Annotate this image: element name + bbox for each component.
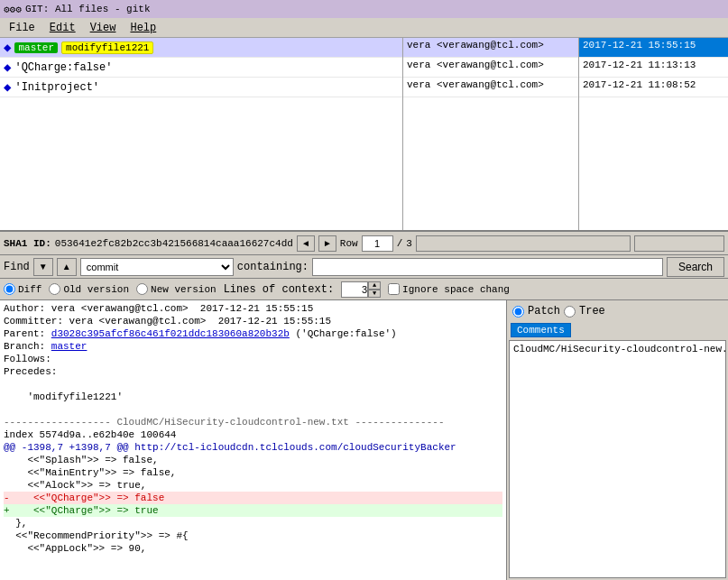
- diff-line: <<"RecommendPriority">> => #{: [4, 529, 502, 542]
- author-row[interactable]: vera <verawang@tcl.com>: [403, 38, 578, 58]
- diff-content: Author: vera <verawang@tcl.com> 2017-12-…: [0, 300, 506, 557]
- search-button[interactable]: Search: [667, 257, 724, 277]
- commit-label: 'QCharge:false': [14, 61, 112, 74]
- find-scrollbar[interactable]: [634, 235, 724, 252]
- author-text: vera <verawang@tcl.com>: [407, 60, 544, 70]
- diff-line: 'modifyfile1221': [4, 391, 502, 403]
- date-row[interactable]: 2017-12-21 11:13:13: [579, 58, 728, 78]
- diff-line: [4, 378, 502, 391]
- find-type-select[interactable]: commit author committer: [80, 258, 234, 276]
- ignore-space-group: Ignore space chang: [388, 283, 510, 295]
- new-version-radio-group: New version: [136, 283, 217, 295]
- commit-tag-modify[interactable]: modifyfile1221: [61, 41, 153, 54]
- author-row[interactable]: vera <verawang@tcl.com>: [403, 78, 578, 97]
- title-bar: ⚙⚙⚙ GIT: All files - gitk: [0, 0, 728, 18]
- tree-radio[interactable]: [564, 306, 576, 318]
- spinner-down[interactable]: ▼: [368, 290, 381, 298]
- find-bar: Find ▼ ▲ commit author committer contain…: [0, 255, 728, 279]
- sha1-value: 053641e2fc82b2cc3b421566814caaa16627c4dd: [55, 238, 293, 249]
- date-panel: 2017-12-21 15:55:15 2017-12-21 11:13:13 …: [579, 38, 728, 230]
- ignore-space-checkbox[interactable]: [388, 283, 400, 295]
- patch-label: Patch: [528, 305, 560, 318]
- diff-line-added: + <<"QCharge">> => true: [4, 504, 502, 517]
- diff-line: <<"Splash">> => false,: [4, 454, 502, 466]
- spinner-up[interactable]: ▲: [368, 281, 381, 290]
- menu-file[interactable]: File: [2, 20, 42, 36]
- old-version-radio-group: Old version: [49, 283, 129, 295]
- new-version-label: New version: [151, 284, 217, 295]
- diff-radio-label: Diff: [18, 284, 41, 295]
- menu-view[interactable]: View: [83, 20, 124, 36]
- main-content: Author: vera <verawang@tcl.com> 2017-12-…: [0, 300, 728, 580]
- author-text: vera <verawang@tcl.com>: [407, 79, 544, 90]
- find-label: Find: [4, 261, 30, 273]
- sha1-label: SHA1 ID:: [4, 238, 51, 249]
- diff-line: <<"MainEntry">> => false,: [4, 466, 502, 479]
- commit-row[interactable]: ◆ 'Initproject': [0, 78, 402, 97]
- date-row[interactable]: 2017-12-21 15:55:15: [579, 38, 728, 58]
- old-version-label: Old version: [63, 284, 129, 295]
- title-bar-text: GIT: All files - gitk: [25, 4, 151, 14]
- commit-diamond: ◆: [4, 40, 11, 55]
- new-version-radio[interactable]: [136, 283, 148, 295]
- right-panel: Patch Tree Comments CloudMC/HiSecurity-c…: [507, 300, 728, 580]
- diff-line-removed: - <<"QCharge">> => false: [4, 492, 502, 504]
- title-bar-icon: ⚙⚙⚙: [4, 4, 22, 15]
- branch-tag-master[interactable]: master: [14, 42, 58, 53]
- author-text: vera <verawang@tcl.com>: [407, 40, 544, 51]
- nav-back-button[interactable]: ◄: [297, 235, 315, 252]
- parent-link[interactable]: d3028c395afcf86c461f021ddc183060a820b32b: [51, 328, 290, 339]
- patch-radio[interactable]: [512, 306, 524, 318]
- context-spinner[interactable]: ▲ ▼: [368, 281, 381, 298]
- old-version-radio[interactable]: [49, 283, 60, 295]
- commit-row[interactable]: ◆ 'QCharge:false': [0, 58, 402, 78]
- nav-forward-button[interactable]: ►: [318, 235, 336, 252]
- menu-bar: File Edit View Help: [0, 18, 728, 38]
- row-scrollbar[interactable]: [416, 235, 631, 252]
- menu-edit[interactable]: Edit: [42, 20, 83, 36]
- tree-label: Tree: [579, 305, 605, 318]
- date-text: 2017-12-21 11:08:52: [583, 79, 696, 90]
- row-current-input[interactable]: [362, 235, 393, 252]
- file-item[interactable]: CloudMC/HiSecurity-cloudcontrol-new.txt: [511, 343, 723, 355]
- diff-radio[interactable]: [4, 283, 15, 295]
- diff-line-index: index 5574d9a..e62b40e 100644: [4, 428, 502, 441]
- diff-line-parent: Parent: d3028c395afcf86c461f021ddc183060…: [4, 327, 502, 340]
- commit-label: 'Initproject': [14, 81, 99, 94]
- commit-row[interactable]: ◆ master modifyfile1221: [0, 38, 402, 58]
- file-list[interactable]: CloudMC/HiSecurity-cloudcontrol-new.txt: [509, 340, 726, 578]
- diff-panel[interactable]: Author: vera <verawang@tcl.com> 2017-12-…: [0, 300, 507, 580]
- patch-tree-bar: Patch Tree: [507, 300, 728, 322]
- diff-line: Follows:: [4, 353, 502, 365]
- diff-line: <<"Alock">> => true,: [4, 479, 502, 492]
- row-total: /: [397, 238, 403, 249]
- comments-tab[interactable]: Comments: [511, 323, 571, 337]
- author-panel: vera <verawang@tcl.com> vera <verawang@t…: [403, 38, 579, 230]
- branch-link[interactable]: master: [51, 341, 88, 352]
- top-panel: ◆ master modifyfile1221 ◆ 'QCharge:false…: [0, 38, 728, 232]
- ignore-space-label: Ignore space chang: [402, 284, 510, 295]
- sha1-bar: SHA1 ID: 053641e2fc82b2cc3b421566814caaa…: [0, 232, 728, 255]
- date-row[interactable]: 2017-12-21 11:08:52: [579, 78, 728, 97]
- lines-of-context-label: Lines of context:: [224, 283, 334, 296]
- commit-diamond: ◆: [4, 79, 11, 95]
- options-bar: Diff Old version New version Lines of co…: [0, 279, 728, 300]
- comments-tab-container: Comments: [507, 322, 728, 338]
- author-row[interactable]: vera <verawang@tcl.com>: [403, 58, 578, 78]
- diff-line-separator: ------------------ CloudMC/HiSecurity-cl…: [4, 416, 502, 428]
- commit-graph[interactable]: ◆ master modifyfile1221 ◆ 'QCharge:false…: [0, 38, 403, 230]
- diff-line: Committer: vera <verawang@tcl.com> 2017-…: [4, 315, 502, 327]
- diff-line: Author: vera <verawang@tcl.com> 2017-12-…: [4, 302, 502, 315]
- diff-line-range: @@ -1398,7 +1398,7 @@ http://tcl-icloudc…: [4, 441, 502, 454]
- date-text: 2017-12-21 11:13:13: [583, 60, 696, 70]
- find-containing-label: containing:: [237, 261, 309, 273]
- menu-help[interactable]: Help: [123, 20, 163, 36]
- commit-diamond: ◆: [4, 60, 11, 75]
- find-up-button[interactable]: ▲: [57, 258, 77, 276]
- find-input[interactable]: [312, 258, 663, 276]
- find-down-button[interactable]: ▼: [33, 258, 53, 276]
- row-label: Row: [340, 238, 358, 249]
- lines-of-context-input[interactable]: [341, 281, 368, 298]
- diff-line: },: [4, 517, 502, 529]
- date-text: 2017-12-21 15:55:15: [583, 40, 696, 51]
